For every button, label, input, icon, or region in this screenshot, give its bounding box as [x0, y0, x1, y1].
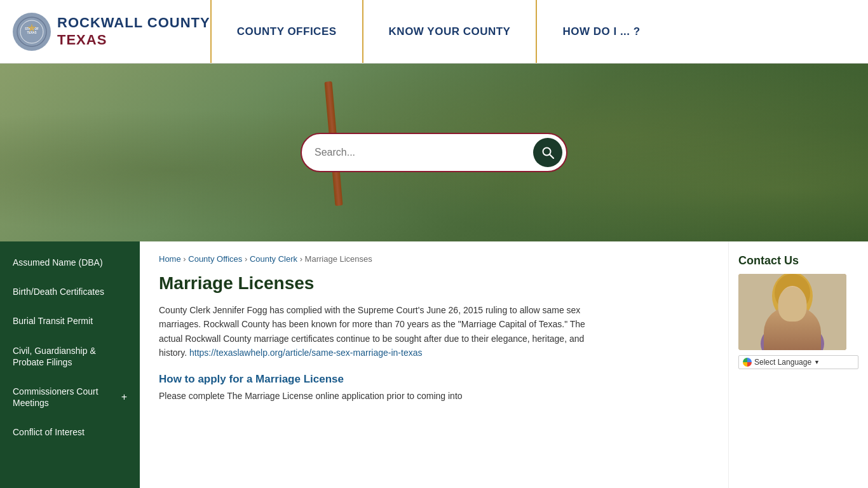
sidebar-item-birth-death[interactable]: Birth/Death Certificates [0, 277, 140, 306]
svg-point-9 [761, 322, 824, 350]
how-to-text-before: Please complete [159, 391, 225, 401]
google-icon [743, 358, 752, 367]
main-content: Assumed Name (DBA) Birth/Death Certifica… [0, 241, 868, 488]
sidebar-label-conflict: Conflict of Interest [13, 426, 85, 438]
contact-photo-svg [738, 274, 846, 350]
search-icon [541, 146, 554, 159]
search-button[interactable] [533, 138, 562, 167]
sidebar-label-birth-death: Birth/Death Certificates [13, 286, 104, 297]
page-title: Marriage Licenses [159, 273, 709, 294]
svg-point-11 [780, 286, 805, 316]
nav-county-offices[interactable]: COUNTY OFFICES [210, 0, 362, 63]
nav-know-your-county[interactable]: KNOW YOUR COUNTY [362, 0, 536, 63]
plus-icon-commissioners[interactable]: + [121, 391, 127, 404]
content-area: Home › County Offices › County Clerk › M… [140, 241, 728, 488]
breadcrumb-current: Marriage Licenses [305, 254, 372, 264]
sidebar-item-civil[interactable]: Civil, Guardianship & Probate Filings [0, 336, 140, 377]
how-to-link[interactable]: The Marriage License online application [227, 391, 384, 401]
content-wrapper: Home › County Offices › County Clerk › M… [140, 241, 868, 488]
site-header: STATE OF TEXAS ROCKWALL COUNTY TEXAS COU… [0, 0, 868, 64]
select-language-label: Select Language [754, 358, 811, 367]
svg-line-5 [550, 154, 553, 158]
logo-title: ROCKWALL COUNTY [57, 15, 210, 31]
how-to-text-after: prior to coming into [387, 391, 463, 401]
breadcrumb-sep2: › [245, 254, 250, 264]
sidebar-label-burial: Burial Transit Permit [13, 315, 93, 327]
sidebar-label-commissioners: Commissioners Court Meetings [13, 386, 121, 409]
contact-title: Contact Us [738, 254, 858, 268]
select-language-dropdown-icon: ▼ [814, 359, 820, 365]
page-body: County Clerk Jennifer Fogg has complied … [159, 303, 591, 360]
svg-text:TEXAS: TEXAS [27, 31, 36, 34]
search-bar [301, 133, 567, 172]
breadcrumb: Home › County Offices › County Clerk › M… [159, 254, 709, 264]
main-nav: COUNTY OFFICES KNOW YOUR COUNTY HOW DO I… [210, 0, 855, 63]
logo-subtitle: TEXAS [57, 32, 210, 48]
how-to-text: Please complete The Marriage License onl… [159, 389, 709, 403]
logo-text[interactable]: ROCKWALL COUNTY TEXAS [57, 15, 210, 48]
breadcrumb-county-clerk[interactable]: County Clerk [250, 254, 297, 264]
sidebar-item-assumed-name[interactable]: Assumed Name (DBA) [0, 248, 140, 277]
body-link[interactable]: https://texaslawhelp.org/article/same-se… [189, 348, 422, 358]
search-container [301, 133, 567, 172]
sidebar-item-conflict[interactable]: Conflict of Interest [0, 417, 140, 447]
search-input[interactable] [315, 147, 533, 158]
sidebar-label-civil: Civil, Guardianship & Probate Filings [13, 345, 127, 368]
contact-photo [738, 274, 846, 350]
hero-banner [0, 64, 868, 241]
sidebar-label-assumed-name: Assumed Name (DBA) [13, 257, 103, 268]
svg-point-12 [786, 298, 790, 301]
sidebar: Assumed Name (DBA) Birth/Death Certifica… [0, 241, 140, 488]
sidebar-item-commissioners[interactable]: Commissioners Court Meetings + [0, 377, 140, 417]
breadcrumb-home[interactable]: Home [159, 254, 181, 264]
logo-area: STATE OF TEXAS ROCKWALL COUNTY TEXAS [13, 13, 210, 51]
svg-rect-14 [776, 326, 808, 350]
svg-point-10 [775, 274, 810, 312]
breadcrumb-county-offices[interactable]: County Offices [188, 254, 242, 264]
how-to-apply-title: How to apply for a Marriage License [159, 373, 709, 386]
logo-seal-icon: STATE OF TEXAS [13, 13, 51, 51]
sidebar-item-burial[interactable]: Burial Transit Permit [0, 306, 140, 336]
nav-how-do-i[interactable]: HOW DO I ... ? [536, 0, 665, 63]
select-language[interactable]: Select Language ▼ [738, 355, 858, 369]
breadcrumb-sep3: › [300, 254, 305, 264]
right-panel: Contact Us [728, 241, 868, 488]
svg-point-13 [795, 298, 799, 301]
